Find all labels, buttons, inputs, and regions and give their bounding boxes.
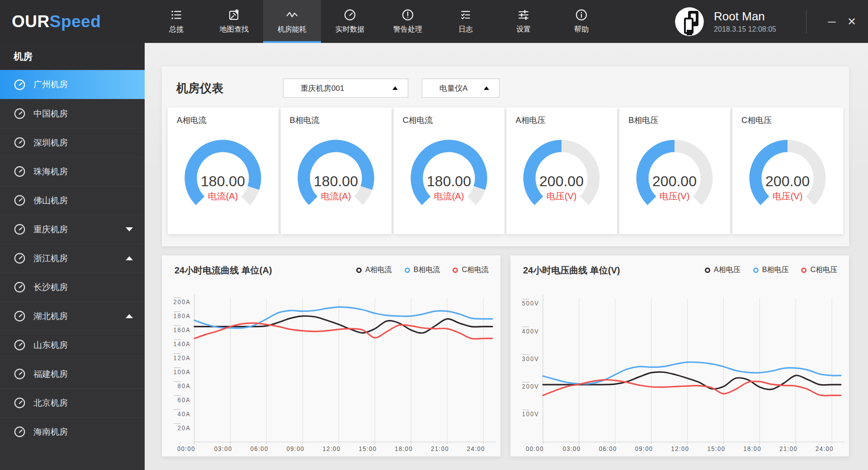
svg-text:12:00: 12:00	[323, 446, 341, 453]
svg-text:00:00: 00:00	[177, 446, 195, 453]
gauge-value: 200.00	[652, 173, 697, 189]
gauge-icon	[14, 397, 26, 409]
svg-text:03:00: 03:00	[563, 446, 581, 453]
chevron-up-icon[interactable]	[126, 256, 133, 260]
svg-text:03:00: 03:00	[214, 446, 232, 453]
nav-label: 帮助	[574, 25, 589, 34]
sidebar-item-label: 广州机房	[33, 79, 68, 90]
legend-label: C相电流	[462, 265, 489, 275]
sidebar-item[interactable]: 珠海机房	[0, 157, 145, 186]
svg-text:09:00: 09:00	[635, 446, 653, 453]
gauge-chart: 180.00电流(A)	[394, 127, 505, 227]
sidebar-item[interactable]: 广州机房	[0, 70, 145, 99]
nav-item-map-search[interactable]: 地图查找	[205, 0, 263, 43]
line-chart: 20A40A60A80A100A120A140A160A180A200A00:0…	[162, 282, 500, 456]
avatar[interactable]	[675, 7, 704, 36]
legend-item[interactable]: B相电流	[405, 265, 440, 275]
room-select[interactable]: 重庆机房001	[283, 79, 408, 98]
meter-select[interactable]: 电量仪A	[422, 79, 500, 98]
sidebar-item[interactable]: 中国机房	[0, 99, 145, 128]
svg-text:18:00: 18:00	[395, 446, 413, 453]
nav-item-help[interactable]: 帮助	[552, 0, 610, 43]
svg-text:40A: 40A	[178, 410, 191, 418]
gauge-row: A相电流180.00电流(A)B相电流180.00电流(A)C相电流180.00…	[168, 108, 843, 234]
gauge-value: 200.00	[765, 173, 810, 189]
chevron-down-icon[interactable]	[126, 227, 133, 231]
svg-text:24:00: 24:00	[816, 446, 834, 453]
close-button[interactable]: ✕	[842, 12, 862, 32]
gauge-unit-label: 电压(V)	[547, 191, 577, 201]
gauge-chart: 200.00电压(V)	[732, 127, 843, 227]
user-area: Root Man 2018.3.15 12:08:05 ─ ✕	[675, 0, 868, 43]
gauge-unit-label: 电流(A)	[208, 191, 238, 201]
nav-label: 机房能耗	[278, 25, 307, 34]
chevron-up-icon[interactable]	[126, 314, 133, 318]
chart-legend: A相电压B相电压C相电压	[705, 265, 837, 275]
sidebar-item[interactable]: 海南机房	[0, 417, 145, 446]
nav-label: 设置	[516, 25, 531, 34]
sidebar-item-label: 长沙机房	[33, 282, 68, 293]
minimize-button[interactable]: ─	[822, 12, 842, 32]
sidebar-item[interactable]: 福建机房	[0, 359, 145, 388]
sidebar-list: 广州机房中国机房深圳机房珠海机房佛山机房重庆机房浙江机房长沙机房湖北机房山东机房…	[0, 70, 145, 446]
legend-item[interactable]: C相电压	[801, 265, 837, 275]
nav-item-logs[interactable]: 日志	[437, 0, 495, 43]
nav-label: 地图查找	[220, 25, 249, 34]
svg-text:100A: 100A	[174, 369, 191, 376]
svg-text:00:00: 00:00	[526, 446, 544, 453]
gauge-title: B相电流	[290, 115, 320, 126]
legend-ring-icon	[801, 268, 807, 273]
legend-ring-icon	[453, 268, 458, 273]
nav-label: 实时数据	[335, 25, 364, 34]
svg-text:21:00: 21:00	[779, 446, 797, 453]
gauge-title: B相电压	[628, 115, 658, 126]
sidebar-item[interactable]: 山东机房	[0, 330, 145, 359]
sidebar-item[interactable]: 北京机房	[0, 388, 145, 417]
sidebar-item[interactable]: 湖北机房	[0, 301, 145, 330]
panel-title: 机房仪表	[176, 80, 223, 96]
sidebar-item[interactable]: 浙江机房	[0, 244, 145, 273]
legend-item[interactable]: A相电流	[356, 265, 392, 275]
chart-legend: A相电流B相电流C相电流	[356, 265, 489, 275]
legend-ring-icon	[753, 268, 759, 273]
svg-text:500V: 500V	[522, 300, 539, 307]
svg-text:80A: 80A	[178, 383, 191, 390]
line-chart: 100V200V300V400V500V00:0003:0006:0009:00…	[510, 282, 849, 456]
sidebar-item[interactable]: 佛山机房	[0, 186, 145, 215]
nav-item-overview[interactable]: 总揽	[147, 0, 205, 43]
gauge-title: C相电流	[403, 115, 433, 126]
gauge-icon	[14, 79, 26, 91]
legend-item[interactable]: B相电压	[753, 265, 789, 275]
gauge-icon	[14, 194, 26, 207]
gauge-card: A相电流180.00电流(A)	[168, 108, 278, 234]
gauge-icon	[14, 310, 26, 322]
sidebar-item-label: 浙江机房	[33, 253, 68, 264]
svg-text:160A: 160A	[174, 327, 191, 334]
gauge-title: A相电压	[515, 115, 545, 126]
gauge-value: 180.00	[201, 173, 245, 189]
nav-item-alerts[interactable]: 警告处理	[379, 0, 437, 43]
svg-text:20A: 20A	[178, 424, 191, 432]
sidebar-item[interactable]: 深圳机房	[0, 128, 145, 157]
logo-part-2: Speed	[50, 12, 101, 31]
room-select-value: 重庆机房001	[283, 83, 344, 94]
chart-card: 24小时电流曲线 单位(A)A相电流B相电流C相电流20A40A60A80A10…	[162, 255, 500, 456]
legend-label: B相电压	[762, 265, 789, 275]
gauge-chart: 200.00电压(V)	[506, 127, 617, 227]
sidebar-item-label: 中国机房	[33, 108, 68, 120]
app-logo: OURSpeed	[12, 12, 147, 31]
nav-item-settings[interactable]: 设置	[495, 0, 552, 43]
svg-text:400V: 400V	[522, 328, 539, 335]
sidebar-item[interactable]: 重庆机房	[0, 215, 145, 244]
legend-item[interactable]: A相电压	[705, 265, 741, 275]
pulse-icon	[286, 9, 298, 21]
nav-item-realtime[interactable]: 实时数据	[321, 0, 379, 43]
sidebar-item[interactable]: 长沙机房	[0, 273, 145, 301]
chevron-up-icon	[484, 86, 489, 90]
sliders-icon	[517, 9, 530, 21]
legend-item[interactable]: C相电流	[453, 265, 489, 275]
svg-text:15:00: 15:00	[359, 446, 377, 453]
legend-label: B相电流	[414, 265, 440, 275]
nav-item-room-energy[interactable]: 机房能耗	[263, 0, 321, 43]
gauge-chart: 180.00电流(A)	[281, 127, 392, 227]
